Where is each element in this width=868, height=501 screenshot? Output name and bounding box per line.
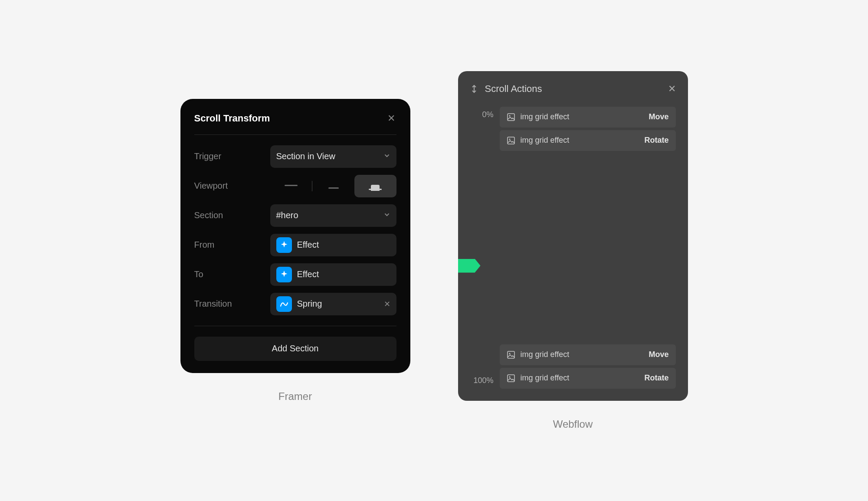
- action-name: img grid effect: [521, 350, 649, 359]
- chevron-down-icon: [383, 151, 390, 161]
- svg-point-1: [509, 115, 510, 116]
- add-section-button[interactable]: Add Section: [194, 337, 396, 361]
- spring-curve-icon: [276, 296, 292, 312]
- percent-0-label: 0%: [482, 110, 493, 119]
- action-name: img grid effect: [521, 136, 645, 145]
- action-row[interactable]: img grid effect Move: [500, 107, 676, 128]
- add-section-label: Add Section: [272, 344, 319, 354]
- transition-button[interactable]: Spring ✕: [270, 293, 396, 315]
- svg-rect-6: [508, 375, 514, 382]
- to-effect-button[interactable]: Effect: [270, 263, 396, 286]
- trigger-dropdown[interactable]: Section in View: [270, 145, 396, 168]
- action-name: img grid effect: [521, 373, 645, 383]
- remove-transition-button[interactable]: ✕: [384, 299, 390, 309]
- panel-title: Scroll Transform: [194, 113, 270, 124]
- viewport-row: Viewport: [194, 175, 396, 197]
- from-value: Effect: [297, 240, 319, 250]
- action-group-top: img grid effect Move img grid effect Rot…: [500, 107, 676, 151]
- chevron-down-icon: [383, 210, 390, 220]
- action-group-bottom: img grid effect Move img grid effect Rot…: [500, 344, 676, 389]
- action-type: Move: [649, 350, 668, 359]
- framer-header: Scroll Transform ✕: [194, 113, 396, 135]
- transition-label: Transition: [194, 299, 270, 309]
- webflow-header: Scroll Actions ✕: [470, 83, 676, 95]
- percent-100-label: 100%: [473, 376, 493, 385]
- viewport-bottom-icon: [369, 182, 382, 190]
- svg-point-5: [509, 353, 510, 354]
- svg-rect-2: [508, 137, 514, 144]
- action-row[interactable]: img grid effect Rotate: [500, 368, 676, 389]
- section-label: Section: [194, 210, 270, 220]
- svg-rect-4: [508, 351, 514, 358]
- from-effect-button[interactable]: Effect: [270, 234, 396, 256]
- viewport-middle-option[interactable]: [312, 175, 354, 197]
- timeline-content: img grid effect Move img grid effect Rot…: [500, 107, 676, 389]
- webflow-caption: Webflow: [553, 418, 593, 430]
- viewport-top-option[interactable]: [270, 175, 312, 197]
- viewport-middle-icon: [327, 182, 340, 190]
- action-type: Rotate: [644, 373, 668, 383]
- from-row: From Effect: [194, 234, 396, 256]
- section-dropdown[interactable]: #hero: [270, 204, 396, 227]
- to-row: To Effect: [194, 263, 396, 286]
- action-type: Rotate: [644, 136, 668, 145]
- section-value: #hero: [276, 210, 298, 220]
- viewport-segmented-control: [270, 175, 396, 197]
- section-row: Section #hero: [194, 204, 396, 227]
- action-type: Move: [649, 112, 668, 121]
- svg-rect-0: [508, 114, 514, 121]
- svg-point-3: [509, 138, 510, 140]
- to-value: Effect: [297, 269, 319, 279]
- image-icon: [507, 113, 515, 121]
- playhead-icon: [458, 259, 481, 273]
- viewport-top-icon: [285, 182, 298, 190]
- divider: [194, 326, 396, 326]
- framer-caption: Framer: [278, 390, 312, 403]
- close-icon: ✕: [387, 113, 395, 124]
- sparkle-icon: [276, 237, 292, 253]
- timeline-labels: 0% 100%: [470, 107, 500, 389]
- transition-row: Transition Spring ✕: [194, 293, 396, 315]
- image-icon: [507, 350, 515, 359]
- panel-title: Scroll Actions: [485, 83, 661, 95]
- webflow-panel: Scroll Actions ✕ 0% 100% img gri: [458, 71, 688, 401]
- image-icon: [507, 374, 515, 383]
- scroll-vertical-icon: [470, 84, 478, 94]
- sparkle-icon: [276, 267, 292, 282]
- transition-value: Spring: [297, 299, 322, 309]
- action-row[interactable]: img grid effect Move: [500, 344, 676, 365]
- from-label: From: [194, 240, 270, 250]
- framer-panel: Scroll Transform ✕ Trigger Section in Vi…: [180, 99, 410, 373]
- close-button[interactable]: ✕: [668, 83, 676, 95]
- svg-point-7: [509, 376, 510, 377]
- playhead-marker[interactable]: [458, 259, 481, 273]
- close-icon: ✕: [668, 83, 676, 94]
- image-icon: [507, 136, 515, 145]
- viewport-label: Viewport: [194, 181, 270, 191]
- close-button[interactable]: ✕: [386, 113, 396, 124]
- trigger-value: Section in View: [276, 151, 335, 161]
- viewport-bottom-option[interactable]: [354, 175, 396, 197]
- action-name: img grid effect: [521, 112, 649, 121]
- trigger-label: Trigger: [194, 151, 270, 161]
- to-label: To: [194, 269, 270, 279]
- timeline: 0% 100% img grid effect Move: [470, 107, 676, 389]
- action-row[interactable]: img grid effect Rotate: [500, 130, 676, 151]
- trigger-row: Trigger Section in View: [194, 145, 396, 168]
